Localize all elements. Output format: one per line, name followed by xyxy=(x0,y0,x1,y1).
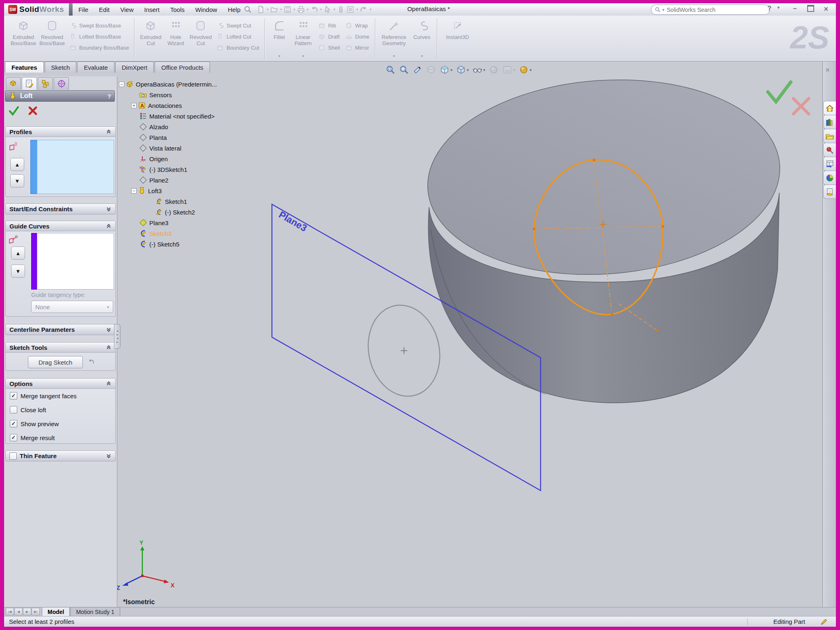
drag-sketch-button[interactable]: Drag Sketch xyxy=(28,356,83,368)
linear-pattern-flyout-icon[interactable]: ▾ xyxy=(302,54,304,58)
file-explorer-button[interactable] xyxy=(823,129,836,143)
tab-dimxpert[interactable]: DimXpert xyxy=(115,62,154,73)
guide-curves-list-box[interactable] xyxy=(37,233,114,290)
centerline-parameters-bar[interactable]: Centerline Parameters xyxy=(5,324,116,335)
show-preview-checkbox[interactable]: ✓ xyxy=(10,420,17,427)
mirror-button[interactable]: Mirror xyxy=(342,42,372,53)
zoom-to-fit-button[interactable] xyxy=(385,64,396,75)
menu-tools[interactable]: Tools xyxy=(170,6,185,13)
attach-icon[interactable] xyxy=(337,5,345,14)
menu-window[interactable]: Window xyxy=(195,6,217,13)
ellipse-sketch[interactable] xyxy=(360,299,448,403)
fillet-flyout-icon[interactable]: ▾ xyxy=(278,54,280,58)
tree-item-loft3[interactable]: − Loft3 xyxy=(119,185,221,196)
section-view-button[interactable] xyxy=(425,64,437,75)
hide-show-items-button[interactable]: ▾ xyxy=(472,64,486,75)
tree-item-sensors[interactable]: Sensors xyxy=(119,89,221,100)
tree-item-alzado[interactable]: Alzado xyxy=(119,121,221,132)
move-profile-down-button[interactable]: ▼ xyxy=(10,174,24,187)
property-manager-tab[interactable] xyxy=(22,77,37,90)
menu-edit[interactable]: Edit xyxy=(99,6,110,13)
tree-item-3dsketch1[interactable]: (-) 3DSketch1 xyxy=(119,164,221,175)
curves-flyout-icon[interactable]: ▾ xyxy=(421,54,423,58)
expand-box-icon[interactable]: + xyxy=(131,103,137,108)
expand-icon[interactable] xyxy=(106,453,112,459)
tree-item-plane3[interactable]: Plane3 xyxy=(119,217,221,228)
menu-file[interactable]: File xyxy=(78,6,88,13)
help-button[interactable]: ? xyxy=(765,5,774,12)
options-header[interactable]: Options xyxy=(6,379,115,389)
tab-office-products[interactable]: Office Products xyxy=(155,62,210,73)
tree-item-sketch2[interactable]: (-) Sketch2 xyxy=(119,207,221,217)
solidworks-resources-button[interactable] xyxy=(823,101,836,115)
prev-tab-button[interactable]: ◀ xyxy=(14,608,23,615)
tree-item-root[interactable]: − OperaBasicas (Predetermin... xyxy=(119,79,221,89)
print-icon[interactable] xyxy=(297,5,305,14)
merge-result-checkbox[interactable]: ✓ xyxy=(10,434,17,441)
open-icon[interactable] xyxy=(270,5,278,14)
search-box[interactable]: ▾ xyxy=(651,5,770,15)
profiles-header[interactable]: Profiles xyxy=(6,127,115,137)
menu-pin-icon[interactable] xyxy=(244,5,252,14)
draft-button[interactable]: Draft xyxy=(315,31,342,42)
swept-cut-button[interactable]: Swept Cut xyxy=(214,20,262,31)
dimxpert-manager-tab[interactable] xyxy=(54,77,69,90)
start-end-constraints-bar[interactable]: Start/End Constraints xyxy=(5,203,116,215)
boundary-boss-button[interactable]: Boundary Boss/Base xyxy=(66,42,131,53)
dome-button[interactable]: Dome xyxy=(342,31,372,42)
minimize-button[interactable]: – xyxy=(790,5,800,12)
boundary-cut-button[interactable]: Boundary Cut xyxy=(214,42,262,53)
save-icon[interactable] xyxy=(283,5,292,14)
restore-button[interactable] xyxy=(806,5,815,14)
close-loft-checkbox[interactable] xyxy=(10,406,17,413)
menu-help[interactable]: Help xyxy=(228,6,240,13)
profiles-list-box[interactable] xyxy=(37,140,114,194)
panel-splitter-handle[interactable]: ◂▸◂▸ xyxy=(114,324,121,349)
next-tab-button[interactable]: ▶ xyxy=(23,608,31,615)
linear-pattern-button[interactable]: Linear Pattern▾ xyxy=(291,17,315,59)
first-tab-button[interactable]: |◀ xyxy=(6,608,14,615)
view-orientation-button[interactable]: ▾ xyxy=(439,64,453,75)
move-profile-up-button[interactable]: ▲ xyxy=(10,158,24,171)
help-dropdown-icon[interactable]: ▾ xyxy=(774,5,783,10)
last-tab-button[interactable]: ▶| xyxy=(32,608,40,615)
instant3d-button[interactable]: Instant3D xyxy=(440,17,475,59)
guide-tangency-dropdown[interactable]: None ▾ xyxy=(31,301,113,313)
design-library-button[interactable] xyxy=(823,115,836,129)
tab-sketch[interactable]: Sketch xyxy=(45,62,77,73)
tree-item-vista-lateral[interactable]: Vista lateral xyxy=(119,143,221,153)
ok-button[interactable] xyxy=(8,105,20,116)
swept-boss-button[interactable]: Swept Boss/Base xyxy=(66,20,131,31)
search-input[interactable] xyxy=(666,6,766,14)
move-guide-up-button[interactable]: ▲ xyxy=(11,247,25,260)
appearances-scenes-button[interactable] xyxy=(823,171,836,185)
cancel-button[interactable] xyxy=(27,105,39,116)
model-solid[interactable] xyxy=(421,68,787,403)
tab-evaluate[interactable]: Evaluate xyxy=(77,62,114,73)
feature-manager-tab[interactable] xyxy=(6,77,21,90)
tree-item-sketch5[interactable]: (-) Sketch5 xyxy=(119,239,221,249)
pm-help-button[interactable]: ? xyxy=(107,93,111,100)
fillet-button[interactable]: Fillet▾ xyxy=(268,17,291,59)
move-guide-down-button[interactable]: ▼ xyxy=(11,265,25,278)
thin-feature-bar[interactable]: Thin Feature xyxy=(5,450,116,461)
tree-item-sketch1[interactable]: Sketch1 xyxy=(119,196,221,207)
search-pane-button[interactable] xyxy=(823,143,836,157)
configuration-manager-tab[interactable] xyxy=(38,77,53,90)
tree-item-sketch3[interactable]: Sketch3 xyxy=(119,228,221,239)
merge-tangent-faces-checkbox[interactable]: ✓ xyxy=(10,392,17,399)
collapse-icon[interactable] xyxy=(106,345,112,350)
wrap-button[interactable]: Wrap xyxy=(342,20,372,31)
custom-properties-button[interactable] xyxy=(823,185,836,199)
options-list-icon[interactable] xyxy=(346,5,354,14)
lofted-cut-button[interactable]: Lofted Cut xyxy=(214,31,262,42)
reference-geometry-flyout-icon[interactable]: ▾ xyxy=(393,54,395,58)
collapse-icon[interactable] xyxy=(106,381,112,386)
revolved-boss-button[interactable]: Revolved Boss/Base xyxy=(38,17,66,59)
curves-button[interactable]: Curves▾ xyxy=(410,17,434,59)
display-style-button[interactable]: ▾ xyxy=(455,64,470,75)
lofted-boss-button[interactable]: Lofted Boss/Base xyxy=(66,31,131,42)
rebuild-icon[interactable] xyxy=(360,5,368,14)
guide-curves-header[interactable]: Guide Curves xyxy=(6,221,115,231)
active-sketch3-profile[interactable] xyxy=(533,159,664,332)
